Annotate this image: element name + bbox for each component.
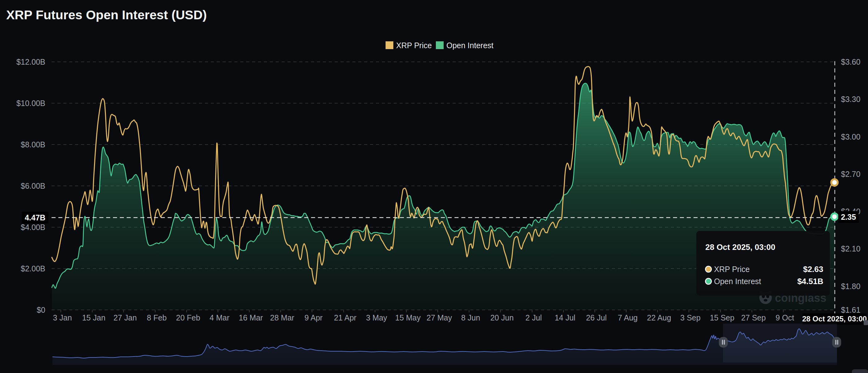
svg-text:XRP Price: XRP Price (396, 41, 432, 50)
svg-text:15 Jan: 15 Jan (82, 313, 105, 322)
svg-text:8 Feb: 8 Feb (147, 313, 167, 322)
svg-text:22 Aug: 22 Aug (647, 313, 671, 322)
svg-text:9 Apr: 9 Apr (305, 313, 322, 322)
svg-text:$10.00B: $10.00B (17, 99, 45, 108)
svg-text:26 Jul: 26 Jul (586, 313, 607, 322)
svg-text:$1.61: $1.61 (841, 306, 861, 314)
svg-text:20 Jun: 20 Jun (490, 313, 514, 322)
svg-text:28 Oct 2025, 03:00: 28 Oct 2025, 03:00 (802, 315, 867, 323)
svg-text:4.47B: 4.47B (25, 213, 45, 222)
svg-text:$2.10: $2.10 (841, 244, 861, 253)
svg-text:$12.00B: $12.00B (17, 58, 45, 66)
svg-text:9 Oct: 9 Oct (775, 313, 794, 322)
svg-text:27 Sep: 27 Sep (741, 313, 766, 322)
svg-text:$8.00B: $8.00B (21, 140, 45, 149)
svg-text:$4.51B: $4.51B (797, 277, 823, 286)
svg-text:$3.30: $3.30 (841, 95, 861, 104)
svg-text:21 Apr: 21 Apr (334, 313, 356, 322)
svg-text:16 Mar: 16 Mar (239, 313, 263, 322)
svg-text:Open Interest: Open Interest (446, 41, 494, 50)
svg-text:28 Oct 2025, 03:00: 28 Oct 2025, 03:00 (705, 242, 775, 252)
svg-text:$0: $0 (37, 306, 45, 314)
svg-text:$1.80: $1.80 (841, 282, 861, 291)
svg-text:$2.70: $2.70 (841, 170, 861, 178)
svg-text:$4.00B: $4.00B (21, 223, 45, 232)
svg-text:14 Jul: 14 Jul (555, 313, 576, 322)
svg-text:XRP Futures Open Interest (USD: XRP Futures Open Interest (USD) (6, 8, 207, 22)
svg-text:15 Sep: 15 Sep (710, 313, 734, 322)
svg-text:28 Mar: 28 Mar (270, 313, 294, 322)
svg-text:3 Jan: 3 Jan (53, 313, 72, 322)
svg-text:27 May: 27 May (427, 313, 452, 322)
svg-text:$3.60: $3.60 (841, 58, 861, 66)
svg-text:8 Jun: 8 Jun (461, 313, 480, 322)
svg-text:15 May: 15 May (395, 313, 421, 322)
svg-text:2 Jul: 2 Jul (526, 313, 542, 322)
svg-text:$6.00B: $6.00B (21, 181, 45, 190)
svg-text:3 Sep: 3 Sep (680, 313, 700, 322)
svg-text:XRP Price: XRP Price (714, 265, 750, 274)
svg-text:$2.63: $2.63 (803, 264, 823, 274)
svg-text:$2.00B: $2.00B (21, 264, 45, 273)
svg-text:2.35: 2.35 (841, 212, 856, 221)
svg-text:Open Interest: Open Interest (714, 277, 761, 286)
svg-text:4 Mar: 4 Mar (210, 313, 229, 322)
svg-text:27 Jan: 27 Jan (113, 313, 136, 322)
svg-text:3 May: 3 May (366, 313, 388, 322)
svg-text:20 Feb: 20 Feb (176, 313, 200, 322)
svg-text:$3.00: $3.00 (841, 133, 861, 141)
svg-text:7 Aug: 7 Aug (618, 313, 638, 322)
